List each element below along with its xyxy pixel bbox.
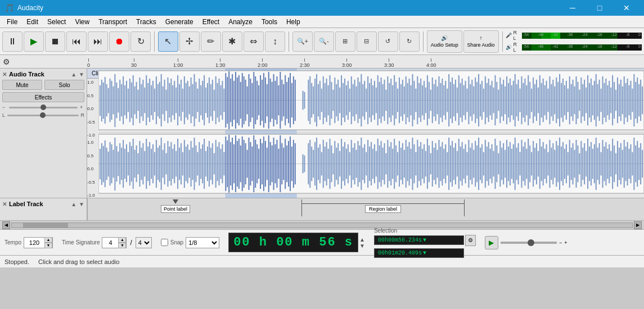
tempo-up-button[interactable]: ▲ [44, 237, 52, 243]
svg-rect-132 [316, 74, 317, 126]
record-button[interactable]: ⏺ [109, 31, 129, 52]
audio-setup-button[interactable]: 🔊 Audio Setup [427, 30, 462, 53]
selection-settings-button[interactable]: ⚙ [465, 235, 476, 246]
close-button[interactable]: ✕ [614, 0, 640, 16]
menu-edit[interactable]: Edit [22, 16, 43, 28]
silence-tool-button[interactable]: ↕ [265, 31, 285, 52]
svg-rect-43 [161, 74, 162, 126]
snap-select[interactable]: 1/8 Off 1/2 1/4 1/16 [186, 237, 219, 248]
svg-rect-474 [346, 149, 347, 179]
svg-rect-446 [291, 147, 292, 181]
svg-rect-94 [245, 80, 246, 121]
zoom-in-button[interactable]: 🔍+ [292, 31, 313, 52]
redo-zoom-button[interactable]: ↻ [399, 31, 420, 52]
trim-tool-button[interactable]: ⇔ [244, 31, 264, 52]
draw-tool-button[interactable]: ✏ [201, 31, 221, 52]
zoom-fit-button[interactable]: ⊟ [357, 31, 377, 52]
menu-help[interactable]: Help [282, 16, 305, 28]
selection-end-arrow-down[interactable]: ▼ [423, 250, 426, 256]
time-sig-num-spinbox[interactable]: ▲ ▼ [102, 237, 127, 248]
menu-file[interactable]: File [2, 16, 22, 28]
svg-rect-219 [460, 83, 461, 117]
time-sig-num-up[interactable]: ▲ [118, 237, 126, 243]
mute-button[interactable]: Mute [2, 80, 42, 90]
label-track-close[interactable]: ✕ [2, 201, 7, 207]
speed-slider-thumb[interactable] [528, 239, 534, 246]
svg-rect-89 [237, 78, 238, 123]
pause-button[interactable]: ⏸ [2, 31, 22, 52]
waveform-container[interactable]: Clip-handle drag-bar with Clip title ⋯ 1… [87, 69, 644, 198]
svg-rect-441 [283, 148, 284, 180]
selection-end-value: 00h01m20.409s [378, 250, 422, 256]
gain-thumb[interactable] [40, 104, 46, 110]
play-button[interactable]: ▶ [24, 31, 44, 52]
pan-thumb[interactable] [40, 112, 46, 118]
solo-button[interactable]: Solo [44, 80, 84, 90]
snap-checkbox[interactable] [161, 239, 168, 246]
menu-tracks[interactable]: Tracks [132, 16, 161, 28]
envelope-tool-button[interactable]: ✢ [179, 31, 200, 52]
svg-rect-181 [397, 89, 398, 112]
selection-end-box[interactable]: 00h01m20.409s ▼ [374, 248, 464, 258]
svg-rect-158 [359, 82, 360, 119]
scroll-left-button[interactable]: ◀ [2, 221, 10, 229]
maximize-button[interactable]: □ [587, 0, 613, 16]
svg-rect-583 [526, 149, 527, 179]
svg-rect-333 [105, 140, 106, 187]
audio-track-menu[interactable]: ▼ [79, 71, 84, 78]
scroll-track[interactable] [11, 222, 633, 228]
effects-button[interactable]: Effects [2, 92, 84, 102]
svg-rect-65 [197, 89, 198, 112]
multi-tool-button[interactable]: ✱ [222, 31, 242, 52]
audio-track-close[interactable]: ✕ [2, 71, 7, 78]
menu-tools[interactable]: Tools [257, 16, 282, 28]
gain-slider[interactable] [9, 107, 78, 108]
audio-track-collapse[interactable]: ▲ [71, 71, 76, 78]
selection-start-box[interactable]: 00h00m56.234s ▼ [374, 235, 464, 245]
menu-generate[interactable]: Generate [161, 16, 198, 28]
time-sig-num-down[interactable]: ▼ [118, 243, 126, 248]
scroll-right-button[interactable]: ▶ [634, 221, 642, 229]
svg-rect-613 [576, 140, 577, 188]
undo-zoom-button[interactable]: ↺ [378, 31, 398, 52]
svg-rect-166 [372, 85, 373, 116]
menu-select[interactable]: Select [43, 16, 70, 28]
scroll-thumb[interactable] [23, 223, 68, 228]
share-audio-button[interactable]: ↑ Share Audio [463, 30, 499, 53]
play-at-speed-button[interactable]: ▶ [485, 236, 498, 249]
tempo-value[interactable] [24, 239, 44, 246]
svg-rect-269 [543, 79, 544, 122]
pan-slider[interactable] [7, 115, 78, 116]
selection-label: Selection [374, 228, 476, 234]
svg-rect-564 [494, 139, 496, 189]
skip-end-button[interactable]: ⏭ [88, 31, 108, 52]
minimize-button[interactable]: ─ [560, 0, 586, 16]
menu-transport[interactable]: Transport [94, 16, 132, 28]
svg-rect-24 [129, 79, 130, 122]
svg-rect-498 [385, 153, 386, 175]
selection-tool-button[interactable]: ↖ [158, 31, 178, 52]
ruler-settings-icon[interactable]: ⚙ [3, 57, 10, 66]
time-down-button[interactable]: ▼ [359, 243, 365, 249]
time-sig-num-value[interactable] [102, 239, 118, 246]
loop-button[interactable]: ↻ [130, 31, 151, 52]
label-track-collapse[interactable]: ▲ [71, 201, 76, 207]
stop-button[interactable]: ⏹ [45, 31, 65, 52]
zoom-sel-button[interactable]: ⊞ [335, 31, 355, 52]
time-up-button[interactable]: ▲ [359, 237, 365, 243]
tempo-spinbox[interactable]: ▲ ▼ [24, 237, 53, 248]
selection-start-arrow-down[interactable]: ▼ [423, 237, 426, 243]
svg-rect-268 [541, 83, 542, 117]
zoom-out-button[interactable]: 🔍- [314, 31, 334, 52]
svg-rect-107 [267, 84, 268, 117]
skip-start-button[interactable]: ⏮ [66, 31, 87, 52]
label-track-menu[interactable]: ▼ [79, 201, 84, 207]
svg-rect-264 [534, 84, 535, 117]
menu-view[interactable]: View [70, 16, 94, 28]
time-sig-den-select[interactable]: 4 2 8 [136, 237, 152, 248]
svg-rect-509 [404, 150, 405, 178]
menu-effect[interactable]: Effect [198, 16, 224, 28]
menu-analyze[interactable]: Analyze [224, 16, 257, 28]
svg-rect-522 [425, 151, 426, 177]
tempo-down-button[interactable]: ▼ [44, 243, 52, 248]
